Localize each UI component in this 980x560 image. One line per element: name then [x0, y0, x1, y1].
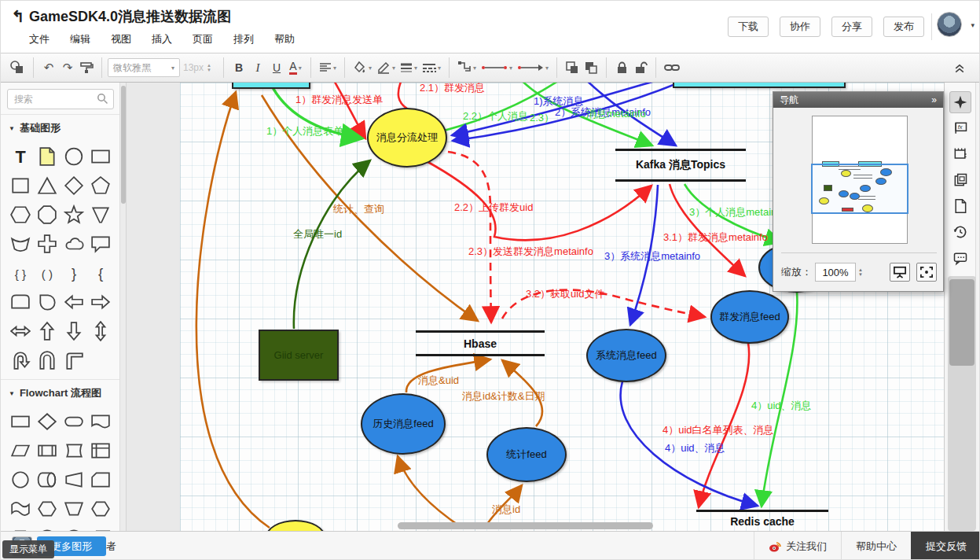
shape-display[interactable]	[7, 523, 34, 531]
comment-icon[interactable]	[949, 247, 971, 269]
bold-button[interactable]: B	[229, 57, 248, 78]
shape-document[interactable]	[87, 407, 114, 436]
flow-label-18[interactable]: 消息id	[492, 503, 520, 517]
toolbar-collapse-icon[interactable]	[949, 57, 970, 78]
flow-label-8[interactable]: 2.2）上传群发uid	[454, 201, 533, 215]
flow-label-21[interactable]: 4）uid、消息	[665, 441, 725, 455]
store-hbase[interactable]: Hbase	[416, 330, 545, 356]
horizontal-scrollbar-thumb[interactable]	[398, 522, 653, 529]
flow-edge-7[interactable]	[398, 83, 407, 109]
flow-label-2[interactable]: 1）个人消息表单	[266, 124, 343, 138]
line-color-icon[interactable]: ▾	[374, 57, 398, 78]
store-redis-cache[interactable]: Redis cache	[696, 510, 828, 531]
flow-label-10[interactable]: 全局唯一id	[293, 227, 342, 241]
flow-label-16[interactable]: 消息&uid	[418, 374, 459, 388]
shape-cross[interactable]	[34, 229, 61, 258]
node-msg-dispatch[interactable]: 消息分流处理	[367, 108, 447, 168]
shape-brace-curly[interactable]: { }	[7, 258, 34, 287]
shape-process[interactable]	[7, 407, 34, 436]
menu-page[interactable]: 页面	[193, 32, 213, 46]
shape-teardrop[interactable]	[34, 287, 61, 316]
flow-edge-0[interactable]	[196, 92, 270, 528]
resize-page-icon[interactable]	[949, 143, 971, 165]
shape-brace-right[interactable]: }	[61, 258, 87, 287]
redo-icon[interactable]: ↷	[58, 57, 77, 78]
underline-button[interactable]: U	[267, 57, 286, 78]
navigator-panel-header[interactable]: 导航 »	[773, 92, 943, 108]
link-icon[interactable]	[662, 57, 682, 78]
collaborate-button[interactable]: 协作	[780, 17, 820, 37]
sidebar-scrollbar-thumb[interactable]	[121, 86, 126, 204]
shape-preparation[interactable]	[87, 494, 114, 523]
shape-arrow-up[interactable]	[34, 316, 61, 345]
shape-note[interactable]	[34, 142, 61, 171]
shape-arrow-double-h[interactable]	[7, 316, 34, 345]
font-color-button[interactable]: A▾	[286, 57, 305, 78]
node-stat-feed[interactable]: 统计feed	[486, 427, 567, 482]
flow-label-13[interactable]: 3）个人消息metainfo	[689, 205, 785, 219]
flow-label-17[interactable]: 消息id&计数&日期	[462, 389, 545, 403]
shape-arrow-left[interactable]	[61, 287, 87, 316]
shape-arrow-right[interactable]	[87, 287, 114, 316]
shape-corner-shape[interactable]	[61, 345, 87, 374]
arrow-start-style-icon[interactable]: ▾	[479, 57, 515, 78]
flow-label-9[interactable]: 统计、查询	[333, 202, 384, 216]
shape-summing[interactable]	[61, 523, 87, 531]
flow-label-14[interactable]: 3.1）群发消息metainfo	[663, 230, 768, 245]
flow-label-4[interactable]: 2.3）	[530, 111, 554, 125]
node-group-feed[interactable]: 群发消息feed	[710, 290, 789, 344]
shape-predefined-process[interactable]	[34, 436, 61, 465]
shape-decision[interactable]	[34, 407, 61, 436]
shape-arrow-down[interactable]	[61, 316, 87, 345]
align-button[interactable]: ▾	[317, 57, 339, 78]
show-menu-button[interactable]: 显示菜单	[2, 540, 54, 558]
node-client-bar-right[interactable]	[673, 83, 846, 88]
shape-cylinder-side[interactable]	[34, 465, 61, 494]
font-family-select[interactable]: 微软雅黑▾	[108, 58, 180, 77]
shape-arrow-double-v[interactable]	[87, 316, 114, 345]
zoom-value-input[interactable]: 100%	[815, 263, 856, 282]
shape-diamond[interactable]	[61, 171, 87, 200]
menu-insert[interactable]: 插入	[152, 32, 172, 46]
shape-uturn-arrow-2[interactable]	[34, 345, 61, 374]
shape-cone[interactable]	[87, 200, 114, 229]
flow-edge-18[interactable]	[294, 160, 370, 329]
shape-hexagon[interactable]	[7, 200, 34, 229]
flow-label-12[interactable]: 3.2）获取uid文件	[526, 287, 604, 301]
node-sys-feed[interactable]: 系统消息feed	[586, 329, 666, 382]
fill-color-icon[interactable]: ▾	[351, 57, 374, 78]
bring-to-front-icon[interactable]	[563, 57, 582, 78]
font-size-stepper[interactable]: 13px▲▼	[180, 58, 218, 77]
pages-icon[interactable]	[949, 169, 971, 191]
format-painter-icon[interactable]	[77, 57, 96, 78]
shape-uturn-arrow[interactable]	[7, 345, 34, 374]
unlock-icon[interactable]	[631, 57, 650, 78]
minimap-viewport[interactable]	[811, 164, 908, 214]
shape-inv-trapezoid[interactable]	[61, 494, 87, 523]
avatar-caret-icon[interactable]: ▾	[971, 21, 974, 29]
shape-paren-pair[interactable]: ( )	[34, 258, 61, 287]
node-giid-server[interactable]: Giid server	[259, 330, 339, 381]
shape-triangle[interactable]	[34, 171, 61, 200]
flow-label-1[interactable]: 2.1）群发消息	[420, 83, 485, 95]
shape-hexagon-shape[interactable]	[34, 494, 61, 523]
shape-connector[interactable]	[7, 465, 34, 494]
sidebar-scrollbar[interactable]	[120, 83, 127, 531]
zoom-stepper[interactable]: ▲▼	[858, 267, 863, 277]
shape-internal-storage[interactable]	[87, 436, 114, 465]
undo-icon[interactable]: ↶	[39, 57, 58, 78]
flow-label-11[interactable]: 2.3）发送群发消息metainfo	[468, 245, 593, 259]
follow-us-button[interactable]: 关注我们	[754, 532, 841, 560]
shape-rect[interactable]	[87, 142, 114, 171]
arrow-end-style-icon[interactable]: ▾	[515, 57, 551, 78]
flow-label-7[interactable]: 消息metainfo	[586, 107, 646, 121]
menu-help[interactable]: 帮助	[274, 32, 295, 46]
send-to-back-icon[interactable]	[582, 57, 600, 78]
menu-file[interactable]: 文件	[29, 32, 50, 46]
flow-label-0[interactable]: 1）群发消息发送单	[295, 93, 383, 107]
shape-parallelogram[interactable]	[7, 436, 34, 465]
history-icon[interactable]	[949, 221, 971, 243]
flow-label-19[interactable]: 4）uid、消息	[751, 399, 812, 413]
shape-card[interactable]	[87, 465, 114, 494]
flow-edge-2[interactable]	[398, 456, 462, 528]
